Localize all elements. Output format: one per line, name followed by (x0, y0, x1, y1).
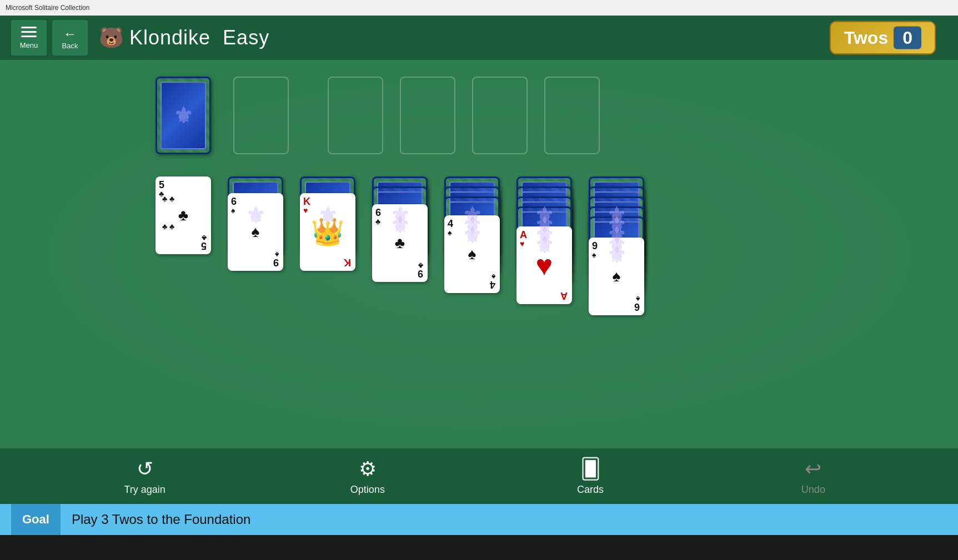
twos-badge: Twos 0 (830, 21, 936, 55)
tableau-col-2[interactable]: 6 ♠ ♠ 9 ♠ (228, 176, 283, 299)
game-title: Klondike Easy (129, 26, 269, 49)
try-again-label: Try again (124, 484, 165, 496)
twos-count: 0 (894, 27, 921, 49)
card-suit-bottom: ♠ (636, 295, 640, 303)
undo-icon: ↩ (805, 457, 821, 481)
menu-button[interactable]: Menu (11, 20, 47, 56)
bear-logo-icon: 🐻 (99, 26, 124, 49)
tableau-col-7[interactable]: 9 ♠ ♠ 6 ♠ (589, 176, 644, 354)
card-rank-bottom: K (344, 258, 351, 268)
waste-pile[interactable] (233, 77, 289, 154)
goal-label: Goal (11, 504, 61, 535)
card-suit-bottom: ♣ (202, 234, 207, 242)
card-suit-bottom: ♠ (491, 273, 495, 281)
card-center: ♠ (613, 268, 621, 285)
goal-bar: Goal Play 3 Twos to the Foundation (0, 504, 958, 535)
try-again-button[interactable]: ↺ Try again (112, 457, 178, 496)
game-area: 5 ♣ ♣ 5 ♣ ♣ ♣ ♣ ♣ 6 ♠ ♠ 9 ♠ K ♥ 👑 K (0, 60, 958, 448)
card-rank: 5 (159, 180, 208, 190)
stock-pile[interactable] (156, 77, 211, 154)
tableau-col-3[interactable]: K ♥ 👑 K (300, 176, 355, 299)
title-bar: Microsoft Solitaire Collection (0, 0, 958, 16)
foundation-slot-4[interactable] (544, 77, 600, 154)
card-center: ♣ (178, 206, 188, 224)
title-text: Microsoft Solitaire Collection (6, 4, 89, 12)
cards-icon: 🂠 (580, 457, 601, 481)
goal-text: Play 3 Twos to the Foundation (72, 512, 250, 527)
undo-button[interactable]: ↩ Undo (780, 457, 846, 496)
toolbar: ↺ Try again ⚙ Options 🂠 Cards ↩ Undo (0, 448, 958, 504)
undo-label: Undo (801, 484, 825, 496)
card-rank-bottom: A (560, 291, 568, 301)
tableau-col-6[interactable]: A ♥ ♥ A (516, 176, 572, 343)
options-icon: ⚙ (359, 457, 377, 481)
card-suit-bottom: ♠ (275, 251, 279, 259)
foundation-slot-3[interactable] (472, 77, 528, 154)
tableau-col-4[interactable]: 6 ♣ ♣ 9 ♣ (372, 176, 428, 321)
menu-label: Menu (20, 41, 38, 49)
options-label: Options (350, 484, 385, 496)
foundation-slot-2[interactable] (400, 77, 455, 154)
tableau-col-5[interactable]: 4 ♠ ♠ 4 ♠ (444, 176, 500, 332)
cards-button[interactable]: 🂠 Cards (557, 457, 624, 496)
nav-bar: Menu ← Back 🐻 Klondike Easy Twos 0 (0, 16, 958, 60)
tableau-col-1[interactable]: 5 ♣ ♣ 5 ♣ ♣ ♣ ♣ ♣ (156, 176, 211, 287)
foundation-slot-1[interactable] (328, 77, 383, 154)
card-suit-bottom: ♣ (418, 262, 423, 270)
twos-label: Twos (844, 28, 888, 48)
cards-label: Cards (577, 484, 604, 496)
back-button[interactable]: ← Back (52, 20, 88, 56)
back-label: Back (62, 42, 78, 50)
options-button[interactable]: ⚙ Options (334, 457, 401, 496)
back-arrow-icon: ← (63, 26, 77, 42)
try-again-icon: ↺ (137, 457, 153, 481)
